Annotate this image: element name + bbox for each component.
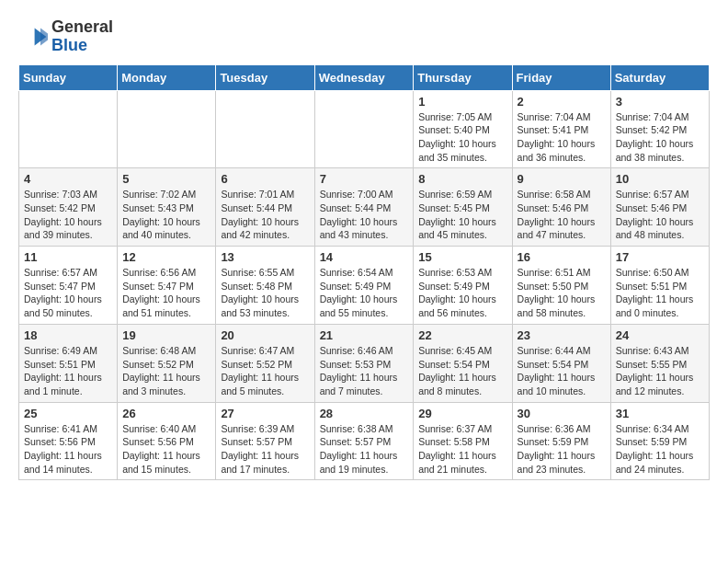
day-info: Sunrise: 7:03 AM Sunset: 5:42 PM Dayligh… <box>24 188 112 242</box>
day-number: 15 <box>418 250 506 264</box>
weekday-header-thursday: Thursday <box>414 64 512 90</box>
day-info: Sunrise: 7:02 AM Sunset: 5:43 PM Dayligh… <box>122 188 210 242</box>
calendar-cell: 13Sunrise: 6:55 AM Sunset: 5:48 PM Dayli… <box>216 247 314 325</box>
day-number: 7 <box>320 172 409 186</box>
day-info: Sunrise: 6:45 AM Sunset: 5:54 PM Dayligh… <box>418 344 506 398</box>
day-info: Sunrise: 6:34 AM Sunset: 5:59 PM Dayligh… <box>616 422 704 477</box>
day-number: 8 <box>418 172 506 186</box>
weekday-header-tuesday: Tuesday <box>216 64 314 90</box>
day-number: 10 <box>616 172 704 186</box>
day-number: 5 <box>122 172 210 186</box>
day-number: 14 <box>320 250 409 264</box>
weekday-header-monday: Monday <box>118 64 216 90</box>
day-number: 20 <box>221 328 309 342</box>
week-row-4: 18Sunrise: 6:49 AM Sunset: 5:51 PM Dayli… <box>19 324 710 402</box>
calendar-cell: 16Sunrise: 6:51 AM Sunset: 5:50 PM Dayli… <box>512 247 610 325</box>
day-info: Sunrise: 6:44 AM Sunset: 5:54 PM Dayligh… <box>518 344 606 398</box>
day-number: 3 <box>616 95 704 109</box>
day-info: Sunrise: 6:47 AM Sunset: 5:52 PM Dayligh… <box>221 344 309 398</box>
day-info: Sunrise: 6:49 AM Sunset: 5:51 PM Dayligh… <box>24 344 112 398</box>
day-info: Sunrise: 6:57 AM Sunset: 5:46 PM Dayligh… <box>616 188 704 242</box>
day-info: Sunrise: 6:57 AM Sunset: 5:47 PM Dayligh… <box>24 266 112 320</box>
day-info: Sunrise: 7:01 AM Sunset: 5:44 PM Dayligh… <box>221 188 309 242</box>
day-number: 13 <box>221 250 309 264</box>
week-row-5: 25Sunrise: 6:41 AM Sunset: 5:56 PM Dayli… <box>19 402 710 480</box>
week-row-1: 1Sunrise: 7:05 AM Sunset: 5:40 PM Daylig… <box>19 90 710 168</box>
day-info: Sunrise: 6:50 AM Sunset: 5:51 PM Dayligh… <box>616 266 704 320</box>
day-info: Sunrise: 6:46 AM Sunset: 5:53 PM Dayligh… <box>320 344 409 398</box>
calendar-cell: 11Sunrise: 6:57 AM Sunset: 5:47 PM Dayli… <box>19 247 118 325</box>
day-info: Sunrise: 7:04 AM Sunset: 5:41 PM Dayligh… <box>518 110 606 165</box>
day-number: 24 <box>616 328 704 342</box>
week-row-2: 4Sunrise: 7:03 AM Sunset: 5:42 PM Daylig… <box>19 168 710 247</box>
day-info: Sunrise: 6:41 AM Sunset: 5:56 PM Dayligh… <box>24 422 112 477</box>
day-number: 27 <box>221 407 309 420</box>
logo-icon <box>18 22 48 52</box>
day-info: Sunrise: 6:39 AM Sunset: 5:57 PM Dayligh… <box>221 422 309 477</box>
calendar-cell: 8Sunrise: 6:59 AM Sunset: 5:45 PM Daylig… <box>414 168 512 247</box>
day-number: 16 <box>518 250 606 264</box>
calendar-cell: 27Sunrise: 6:39 AM Sunset: 5:57 PM Dayli… <box>216 402 314 480</box>
day-info: Sunrise: 6:56 AM Sunset: 5:47 PM Dayligh… <box>122 266 210 320</box>
calendar-cell: 23Sunrise: 6:44 AM Sunset: 5:54 PM Dayli… <box>512 324 610 402</box>
day-info: Sunrise: 7:05 AM Sunset: 5:40 PM Dayligh… <box>418 110 506 165</box>
day-info: Sunrise: 6:58 AM Sunset: 5:46 PM Dayligh… <box>518 188 606 242</box>
weekday-header-saturday: Saturday <box>610 64 709 90</box>
calendar-cell: 5Sunrise: 7:02 AM Sunset: 5:43 PM Daylig… <box>118 168 216 247</box>
day-info: Sunrise: 6:53 AM Sunset: 5:49 PM Dayligh… <box>418 266 506 320</box>
weekday-header-wednesday: Wednesday <box>314 64 414 90</box>
calendar-cell: 20Sunrise: 6:47 AM Sunset: 5:52 PM Dayli… <box>216 324 314 402</box>
calendar-cell <box>314 90 414 168</box>
day-number: 31 <box>616 407 704 420</box>
week-row-3: 11Sunrise: 6:57 AM Sunset: 5:47 PM Dayli… <box>19 247 710 325</box>
day-info: Sunrise: 6:40 AM Sunset: 5:56 PM Dayligh… <box>122 422 210 477</box>
day-number: 30 <box>518 407 606 420</box>
day-info: Sunrise: 6:54 AM Sunset: 5:49 PM Dayligh… <box>320 266 409 320</box>
weekday-header-row: SundayMondayTuesdayWednesdayThursdayFrid… <box>19 64 710 90</box>
calendar-cell: 21Sunrise: 6:46 AM Sunset: 5:53 PM Dayli… <box>314 324 414 402</box>
day-number: 17 <box>616 250 704 264</box>
day-info: Sunrise: 7:00 AM Sunset: 5:44 PM Dayligh… <box>320 188 409 242</box>
day-number: 1 <box>418 95 506 109</box>
day-number: 11 <box>24 250 112 264</box>
day-number: 23 <box>518 328 606 342</box>
calendar-cell: 12Sunrise: 6:56 AM Sunset: 5:47 PM Dayli… <box>118 247 216 325</box>
calendar-cell <box>19 90 118 168</box>
calendar-cell <box>118 90 216 168</box>
calendar-cell: 30Sunrise: 6:36 AM Sunset: 5:59 PM Dayli… <box>512 402 610 480</box>
weekday-header-friday: Friday <box>512 64 610 90</box>
day-number: 21 <box>320 328 409 342</box>
day-info: Sunrise: 6:48 AM Sunset: 5:52 PM Dayligh… <box>122 344 210 398</box>
calendar-cell: 22Sunrise: 6:45 AM Sunset: 5:54 PM Dayli… <box>414 324 512 402</box>
day-number: 6 <box>221 172 309 186</box>
day-info: Sunrise: 6:43 AM Sunset: 5:55 PM Dayligh… <box>616 344 704 398</box>
calendar-cell: 3Sunrise: 7:04 AM Sunset: 5:42 PM Daylig… <box>610 90 709 168</box>
calendar-cell: 31Sunrise: 6:34 AM Sunset: 5:59 PM Dayli… <box>610 402 709 480</box>
day-number: 4 <box>24 172 112 186</box>
calendar-body: 1Sunrise: 7:05 AM Sunset: 5:40 PM Daylig… <box>19 90 710 480</box>
day-info: Sunrise: 6:55 AM Sunset: 5:48 PM Dayligh… <box>221 266 309 320</box>
day-info: Sunrise: 6:51 AM Sunset: 5:50 PM Dayligh… <box>518 266 606 320</box>
calendar-cell: 26Sunrise: 6:40 AM Sunset: 5:56 PM Dayli… <box>118 402 216 480</box>
day-number: 12 <box>122 250 210 264</box>
calendar-cell: 17Sunrise: 6:50 AM Sunset: 5:51 PM Dayli… <box>610 247 709 325</box>
day-info: Sunrise: 6:36 AM Sunset: 5:59 PM Dayligh… <box>518 422 606 477</box>
day-number: 9 <box>518 172 606 186</box>
calendar-cell <box>216 90 314 168</box>
calendar-cell: 4Sunrise: 7:03 AM Sunset: 5:42 PM Daylig… <box>19 168 118 247</box>
calendar-cell: 14Sunrise: 6:54 AM Sunset: 5:49 PM Dayli… <box>314 247 414 325</box>
calendar-cell: 29Sunrise: 6:37 AM Sunset: 5:58 PM Dayli… <box>414 402 512 480</box>
day-number: 19 <box>122 328 210 342</box>
day-number: 22 <box>418 328 506 342</box>
page-header: General Blue <box>18 18 710 55</box>
calendar-cell: 28Sunrise: 6:38 AM Sunset: 5:57 PM Dayli… <box>314 402 414 480</box>
calendar-cell: 7Sunrise: 7:00 AM Sunset: 5:44 PM Daylig… <box>314 168 414 247</box>
calendar-cell: 25Sunrise: 6:41 AM Sunset: 5:56 PM Dayli… <box>19 402 118 480</box>
svg-marker-1 <box>40 28 48 45</box>
calendar-cell: 6Sunrise: 7:01 AM Sunset: 5:44 PM Daylig… <box>216 168 314 247</box>
weekday-header-sunday: Sunday <box>19 64 118 90</box>
day-info: Sunrise: 6:59 AM Sunset: 5:45 PM Dayligh… <box>418 188 506 242</box>
calendar-cell: 2Sunrise: 7:04 AM Sunset: 5:41 PM Daylig… <box>512 90 610 168</box>
calendar-cell: 24Sunrise: 6:43 AM Sunset: 5:55 PM Dayli… <box>610 324 709 402</box>
day-number: 2 <box>518 95 606 109</box>
